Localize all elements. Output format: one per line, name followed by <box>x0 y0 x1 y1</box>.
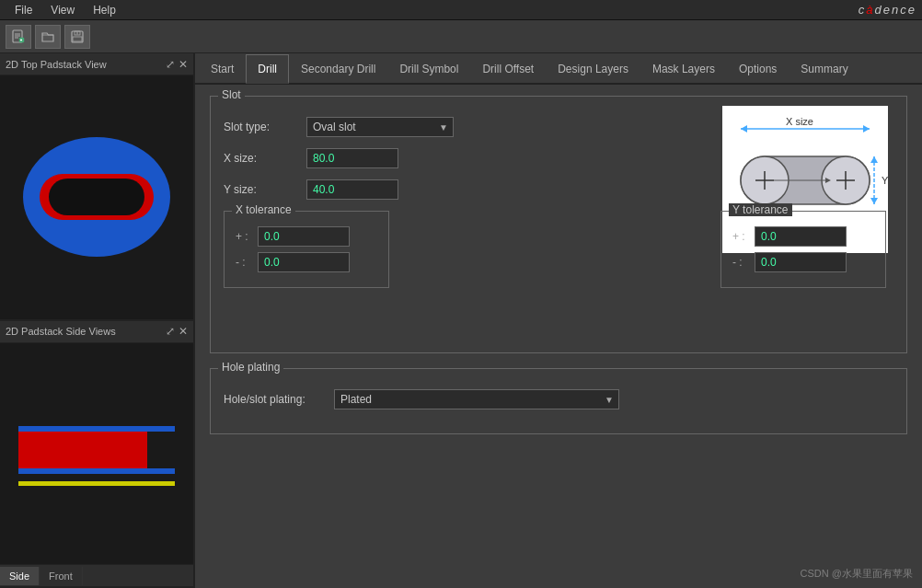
svg-text:X size: X size <box>786 116 813 127</box>
tab-mask-layers[interactable]: Mask Layers <box>640 53 727 83</box>
y-tol-minus-input[interactable] <box>755 252 847 272</box>
menu-view[interactable]: View <box>41 2 84 18</box>
y-tol-plus-row: + : <box>732 226 874 247</box>
hole-plating-title: Hole plating <box>218 361 283 374</box>
hole-plating-select[interactable]: Plated Non-Plated Optional <box>334 389 619 409</box>
svg-rect-13 <box>49 179 144 215</box>
y-size-input[interactable] <box>306 179 398 200</box>
tab-drill-symbol[interactable]: Drill Symbol <box>387 53 470 83</box>
top-view-icons: ⤢ ✕ <box>166 58 188 71</box>
panel-content: Slot <box>195 85 922 588</box>
hole-plating-label: Hole/slot plating: <box>224 393 334 406</box>
y-tol-minus-row: - : <box>732 252 874 272</box>
svg-text:Y size: Y size <box>882 175 888 186</box>
menu-help[interactable]: Help <box>84 2 125 18</box>
menu-file[interactable]: File <box>6 2 41 18</box>
side-view-resize-icon[interactable]: ⤢ <box>166 325 175 338</box>
y-tolerance-box: Y tolerance + : - : <box>720 211 886 288</box>
y-tol-minus-label: - : <box>732 256 749 269</box>
side-view-header: 2D Padstack Side Views ⤢ ✕ <box>0 321 193 343</box>
new-button[interactable] <box>6 25 31 49</box>
x-tolerance-box: X tolerance + : - : <box>224 211 389 288</box>
tabs-row: Start Drill Secondary Drill Drill Symbol… <box>195 53 922 85</box>
tab-front[interactable]: Front <box>40 567 83 585</box>
hole-plating-section: Hole plating Hole/slot plating: Plated N… <box>210 368 907 434</box>
tab-summary[interactable]: Summary <box>789 53 859 83</box>
main-layout: 2D Top Padstack View ⤢ ✕ <box>0 53 922 588</box>
slot-type-select-wrapper: Oval slot Rectangle slot <box>306 117 454 137</box>
x-size-label: X size: <box>224 152 306 165</box>
save-button[interactable] <box>64 25 90 49</box>
left-panel: 2D Top Padstack View ⤢ ✕ <box>0 53 195 588</box>
content-area: Start Drill Secondary Drill Drill Symbol… <box>195 53 922 588</box>
svg-rect-16 <box>18 468 175 474</box>
top-view-header: 2D Top Padstack View ⤢ ✕ <box>0 53 193 75</box>
svg-rect-9 <box>73 37 82 41</box>
y-tol-plus-input[interactable] <box>755 226 847 247</box>
menubar: File View Help càdence <box>0 0 922 20</box>
x-tol-plus-input[interactable] <box>258 226 350 247</box>
top-view-title: 2D Top Padstack View <box>6 59 107 70</box>
x-tol-minus-row: - : <box>236 252 377 272</box>
y-size-label: Y size: <box>224 183 306 196</box>
side-view-title: 2D Padstack Side Views <box>6 326 116 337</box>
x-tol-plus-label: + : <box>236 230 252 243</box>
tab-start[interactable]: Start <box>199 53 246 83</box>
slot-type-select[interactable]: Oval slot Rectangle slot <box>306 117 454 137</box>
x-size-input[interactable] <box>306 148 398 168</box>
svg-rect-15 <box>18 432 147 468</box>
x-tolerance-title: X tolerance <box>232 203 295 216</box>
cadence-logo: càdence <box>859 3 916 17</box>
side-view-canvas <box>0 343 193 565</box>
svg-rect-14 <box>18 426 175 432</box>
hole-plating-select-wrapper: Plated Non-Plated Optional <box>334 389 619 409</box>
hole-plating-row: Hole/slot plating: Plated Non-Plated Opt… <box>224 389 893 409</box>
side-view-icons: ⤢ ✕ <box>166 325 188 338</box>
bottom-tabs: Side Front <box>0 564 193 586</box>
x-tol-minus-label: - : <box>236 256 252 269</box>
x-tol-minus-input[interactable] <box>258 252 350 272</box>
tab-design-layers[interactable]: Design Layers <box>546 53 640 83</box>
watermark: CSDN @水果里面有苹果 <box>801 567 913 581</box>
top-padstack-view: 2D Top Padstack View ⤢ ✕ <box>0 53 193 321</box>
top-view-resize-icon[interactable]: ⤢ <box>166 58 175 71</box>
tab-drill-offset[interactable]: Drill Offset <box>470 53 546 83</box>
side-view-close-icon[interactable]: ✕ <box>179 325 188 338</box>
slot-type-label: Slot type: <box>224 121 306 133</box>
side-padstack-view: 2D Padstack Side Views ⤢ ✕ <box>0 321 193 589</box>
tab-side[interactable]: Side <box>0 567 40 585</box>
top-view-close-icon[interactable]: ✕ <box>179 58 188 71</box>
tab-secondary-drill[interactable]: Secondary Drill <box>289 53 387 83</box>
tolerance-row: X tolerance + : - : Y tolerance <box>224 211 893 288</box>
tab-drill[interactable]: Drill <box>246 54 289 84</box>
toolbar <box>0 20 922 53</box>
y-tolerance-title: Y tolerance <box>729 203 792 216</box>
y-tol-plus-label: + : <box>732 230 749 243</box>
slot-section: Slot <box>210 96 907 353</box>
top-view-canvas <box>0 75 193 319</box>
tab-options[interactable]: Options <box>727 53 789 83</box>
slot-section-title: Slot <box>218 88 245 101</box>
svg-rect-17 <box>18 481 175 486</box>
x-tol-plus-row: + : <box>236 226 377 247</box>
open-button[interactable] <box>35 25 61 49</box>
